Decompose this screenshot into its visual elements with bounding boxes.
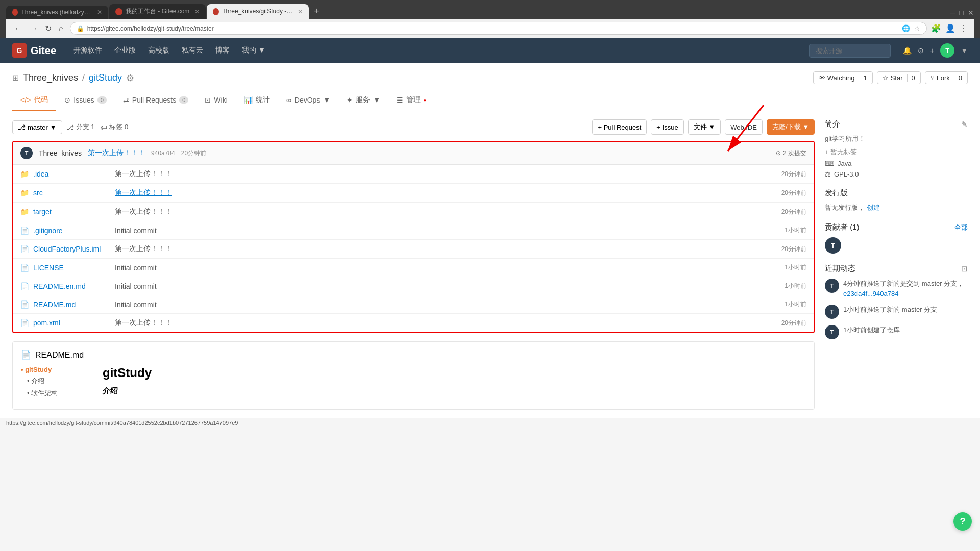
file-table: T Three_knives 第一次上传！！！ 940a784 20分钟前 ⊙ …	[12, 141, 815, 333]
tab-manage[interactable]: ☰ 管理 ●	[388, 90, 434, 111]
pr-icon: ⇄	[123, 96, 129, 104]
nav-opensource[interactable]: 开源软件	[68, 43, 107, 58]
profile-button[interactable]: 👤	[945, 23, 955, 33]
nav-university[interactable]: 高校版	[143, 43, 175, 58]
tab-1[interactable]: Three_knives (hellodzy) - Gite... ✕	[6, 6, 108, 19]
repo-settings-icon[interactable]: ⚙	[126, 72, 134, 84]
pull-request-button[interactable]: + Pull Request	[592, 119, 647, 135]
repo-name[interactable]: gitStudy	[89, 72, 122, 83]
tab-issues[interactable]: ⊙ Issues 0	[56, 90, 115, 111]
file-button[interactable]: 文件 ▼	[688, 119, 721, 135]
file-name-readme[interactable]: README.md	[33, 300, 105, 309]
tab-code[interactable]: </> 代码	[12, 90, 56, 111]
edit-intro-icon[interactable]: ✎	[961, 120, 968, 129]
webide-button[interactable]: Web IDE	[725, 119, 763, 135]
file-name-iml[interactable]: CloudFactoryPlus.iml	[33, 245, 105, 253]
code-icon: </>	[20, 96, 31, 104]
bookmark-icon[interactable]: ☆	[914, 24, 920, 32]
star-button[interactable]: ☆ Star 0	[877, 71, 921, 84]
home-button[interactable]: ⌂	[57, 23, 66, 34]
refresh-button[interactable]: ↻	[43, 22, 54, 34]
tab-stats-label: 统计	[256, 95, 270, 105]
file-name-src[interactable]: src	[33, 189, 105, 197]
file-row-src: 📁 src 第一次上传！！！ 20分钟前	[13, 184, 814, 203]
explore-icon[interactable]: ⊙	[918, 46, 924, 55]
gitee-logo[interactable]: G Gitee	[12, 43, 56, 58]
minimize-button[interactable]: ─	[950, 9, 955, 17]
activity-avatar-3: T	[825, 325, 839, 339]
file-name-license[interactable]: LICENSE	[33, 264, 105, 272]
menu-button[interactable]: ⋮	[960, 23, 968, 33]
back-button[interactable]: ←	[12, 23, 24, 34]
tab-2-label: 我的工作台 - Gitee.com	[126, 7, 189, 16]
branch-select[interactable]: ⎇ master ▼	[12, 120, 62, 134]
file-msg-idea: 第一次上传！！！	[115, 169, 781, 179]
activity-item-2: T 1小时前推送了新的 master 分支	[825, 305, 968, 319]
translate-icon[interactable]: 🌐	[902, 24, 910, 32]
nav-buttons: ← → ↻ ⌂	[12, 22, 66, 34]
extensions-button[interactable]: 🧩	[931, 23, 941, 33]
file-link-src[interactable]: 第一次上传！！！	[115, 188, 172, 196]
clone-button[interactable]: 克隆/下载 ▼	[767, 119, 815, 135]
activity-avatar-1: T	[825, 279, 839, 293]
create-icon[interactable]: +	[930, 46, 934, 55]
browser-actions: 🧩 👤 ⋮	[931, 23, 968, 33]
gitee-header: G Gitee 开源软件 企业版 高校版 私有云 博客 我的 ▼ 🔔 ⊙ + T…	[0, 38, 980, 63]
contributors-all-link[interactable]: 全部	[954, 223, 968, 232]
tab-pr-label: Pull Requests	[132, 96, 176, 104]
star-icon: ☆	[883, 74, 889, 82]
url-box[interactable]: 🔒 https://gitee.com/hellodzy/git-study/t…	[70, 22, 927, 35]
activity-more-icon[interactable]: ⊡	[961, 264, 968, 273]
commit-count-icon: ⊙	[776, 149, 781, 157]
search-input[interactable]	[809, 44, 891, 58]
pr-badge: 0	[179, 96, 188, 104]
tab-devops[interactable]: ∞ DevOps ▼	[278, 90, 338, 111]
tab-stats[interactable]: 📊 统计	[236, 90, 278, 111]
forward-button[interactable]: →	[28, 23, 40, 34]
file-name-target[interactable]: target	[33, 208, 105, 216]
fork-button[interactable]: ⑂ Fork 0	[925, 71, 968, 84]
watch-button[interactable]: 👁 Watching 1	[813, 71, 873, 84]
tab-1-close[interactable]: ✕	[97, 9, 102, 16]
readme-content: • gitStudy • 介绍 • 软件架构 gitStudy 介绍	[21, 366, 806, 401]
tag-plus-icon[interactable]: +	[825, 148, 829, 156]
avatar-chevron[interactable]: ▼	[961, 46, 968, 55]
file-name-gitignore[interactable]: .gitignore	[33, 227, 105, 235]
url-icons: 🌐 ☆	[902, 24, 920, 32]
tab-2[interactable]: 我的工作台 - Gitee.com ✕	[109, 4, 206, 19]
issue-button[interactable]: + Issue	[651, 119, 683, 135]
file-icon-license: 📄	[20, 264, 29, 272]
close-window-button[interactable]: ✕	[968, 9, 974, 17]
tab-2-close[interactable]: ✕	[194, 8, 200, 15]
tab-3[interactable]: Three_knives/gitStudy - 码云... ✕	[207, 4, 309, 19]
tab-3-close[interactable]: ✕	[298, 8, 303, 15]
activity-link-1[interactable]: e23da4f...940a784	[843, 290, 898, 297]
tab-services[interactable]: ✦ 服务 ▼	[338, 90, 388, 111]
nav-blog[interactable]: 博客	[210, 43, 235, 58]
file-msg-src: 第一次上传！！！	[115, 188, 781, 197]
fork-icon: ⑂	[930, 74, 935, 82]
file-row-readme: 📄 README.md Initial commit 1小时前	[13, 295, 814, 314]
nav-enterprise[interactable]: 企业版	[109, 43, 141, 58]
toc-item-3[interactable]: • 软件架构	[27, 389, 58, 397]
tab-wiki[interactable]: ⊡ Wiki	[197, 90, 235, 111]
tab-pr[interactable]: ⇄ Pull Requests 0	[115, 90, 197, 111]
file-name-idea[interactable]: .idea	[33, 170, 105, 178]
maximize-button[interactable]: □	[960, 9, 964, 17]
nav-mine[interactable]: 我的 ▼	[237, 43, 271, 58]
file-name-pom[interactable]: pom.xml	[33, 319, 105, 327]
folder-icon: 📁	[20, 170, 29, 178]
commit-time: 20分钟前	[181, 149, 206, 158]
commit-message[interactable]: 第一次上传！！！	[88, 148, 145, 158]
user-avatar[interactable]: T	[940, 43, 954, 58]
new-tab-button[interactable]: +	[310, 4, 324, 19]
file-name-readme-en[interactable]: README.en.md	[33, 282, 105, 290]
toc-item-1[interactable]: • gitStudy	[21, 366, 52, 373]
sidebar-lang: ⌨ Java	[825, 160, 968, 167]
contributor-avatar-1[interactable]: T	[825, 237, 841, 254]
nav-private-cloud[interactable]: 私有云	[177, 43, 208, 58]
toc-item-2[interactable]: • 介绍	[27, 377, 44, 385]
create-release-link[interactable]: 创建	[867, 204, 880, 211]
activity-avatar-2: T	[825, 305, 839, 319]
bell-icon[interactable]: 🔔	[903, 46, 912, 55]
